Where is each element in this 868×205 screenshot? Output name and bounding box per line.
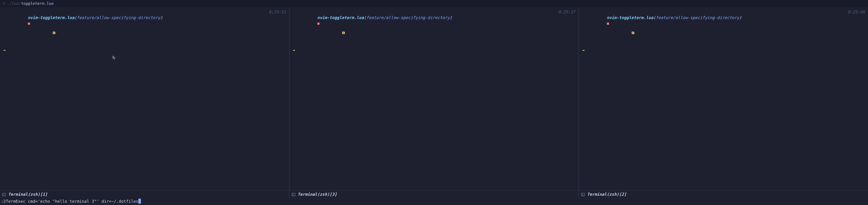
dirty-indicator-icon: ● <box>607 21 609 26</box>
prompt-time: 8:29:37 <box>555 9 575 15</box>
pane-content[interactable]: nvim-toggleterm.lua(feature/allow-specif… <box>0 7 289 191</box>
paren-open: ( <box>364 15 366 20</box>
command-line-cursor <box>138 199 141 204</box>
save-icon <box>28 26 56 40</box>
prompt-time: 8:29:31 <box>266 9 286 15</box>
branch-name: feature/allow-specifying-directory <box>366 15 450 20</box>
pane-status-label: Terminal(zsh)[3] <box>298 192 337 197</box>
save-icon <box>317 26 345 40</box>
prompt-header: nvim-toggleterm.lua(feature/allow-specif… <box>293 9 575 46</box>
prompt-left: nvim-toggleterm.lua(feature/allow-specif… <box>3 9 163 46</box>
prompt-left: nvim-toggleterm.lua(feature/allow-specif… <box>582 9 742 46</box>
repo-name: nvim-toggleterm.lua <box>607 15 653 20</box>
title-path-prefix: ./lua/ <box>7 1 21 6</box>
terminal-icon <box>2 192 6 197</box>
title-path: ./lua/toggleterm.lua <box>7 1 53 6</box>
mouse-cursor-icon <box>112 55 117 62</box>
branch-name: feature/allow-specifying-directory <box>77 15 160 20</box>
repo-name: nvim-toggleterm.lua <box>28 15 74 20</box>
prompt-time: 8:29:40 <box>845 9 865 15</box>
paren-open: ( <box>653 15 656 20</box>
prompt-header: nvim-toggleterm.lua(feature/allow-specif… <box>3 9 286 46</box>
pane-content[interactable]: nvim-toggleterm.lua(feature/allow-specif… <box>289 7 579 191</box>
prompt-header: nvim-toggleterm.lua(feature/allow-specif… <box>582 9 865 46</box>
svg-rect-2 <box>292 193 296 196</box>
command-line[interactable]: :2TermExec cmd='echo "hello terminal 3"'… <box>0 198 868 205</box>
dirty-indicator-icon: ● <box>317 21 320 26</box>
terminal-pane-3[interactable]: nvim-toggleterm.lua(feature/allow-specif… <box>579 7 868 198</box>
pane-content[interactable]: nvim-toggleterm.lua(feature/allow-specif… <box>579 7 868 191</box>
command-line-text: :2TermExec cmd='echo "hello terminal 3"'… <box>1 198 138 204</box>
title-bar: ⌘ ./lua/toggleterm.lua <box>0 0 868 7</box>
save-icon <box>607 26 634 40</box>
svg-rect-0 <box>2 193 6 196</box>
svg-rect-4 <box>582 193 585 196</box>
paren-close: ) <box>160 15 163 20</box>
paren-close: ) <box>450 15 452 20</box>
pane-statusline: Terminal(zsh)[1] <box>0 191 289 198</box>
dirty-indicator-icon: ● <box>28 21 30 26</box>
pane-status-label: Terminal(zsh)[1] <box>8 192 47 197</box>
prompt-left: nvim-toggleterm.lua(feature/allow-specif… <box>293 9 452 46</box>
pane-statusline: Terminal(zsh)[2] <box>579 191 868 198</box>
pane-status-label: Terminal(zsh)[2] <box>587 192 626 197</box>
terminal-icon <box>292 192 296 197</box>
branch-name: feature/allow-specifying-directory <box>656 15 739 20</box>
pane-statusline: Terminal(zsh)[3] <box>289 191 579 198</box>
terminal-icon <box>581 192 585 197</box>
paren-close: ) <box>739 15 742 20</box>
prompt-arrow-icon: → <box>3 47 286 53</box>
paren-open: ( <box>74 15 77 20</box>
title-filename: toggleterm.lua <box>21 1 53 6</box>
prompt-arrow-icon: → <box>293 47 575 53</box>
repo-name: nvim-toggleterm.lua <box>317 15 364 20</box>
terminal-panes: nvim-toggleterm.lua(feature/allow-specif… <box>0 7 868 198</box>
terminal-pane-1[interactable]: nvim-toggleterm.lua(feature/allow-specif… <box>0 7 289 198</box>
prompt-arrow-icon: → <box>582 47 865 53</box>
terminal-pane-2[interactable]: nvim-toggleterm.lua(feature/allow-specif… <box>289 7 579 198</box>
apple-icon: ⌘ <box>3 1 5 6</box>
